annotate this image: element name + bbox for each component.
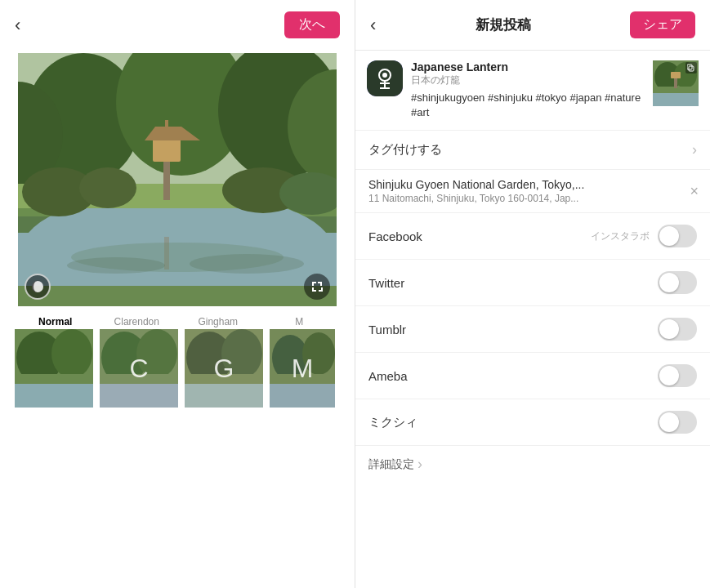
location-row: Shinjuku Gyoen National Garden, Tokyo,..… <box>355 170 710 213</box>
post-hashtags: #shinjukugyoen #shinjuku #tokyo #japan #… <box>411 91 645 120</box>
detail-settings-chevron: › <box>418 456 422 473</box>
ameba-label: Ameba <box>368 369 408 383</box>
detail-settings-row[interactable]: 詳細設定 › <box>355 446 710 483</box>
tag-row[interactable]: タグ付けする › <box>355 131 710 170</box>
mixi-label: ミクシィ <box>368 415 418 430</box>
filter-letter-c: C <box>129 354 148 384</box>
svg-point-16 <box>79 167 136 208</box>
tag-chevron: › <box>692 141 697 158</box>
filter-label-gingham: Gingham <box>177 316 259 327</box>
social-row-mixi: ミクシィ <box>355 399 710 446</box>
mixi-toggle[interactable] <box>658 411 697 434</box>
detail-settings-label: 詳細設定 <box>368 457 414 472</box>
social-row-tumblr: Tumblr <box>355 306 710 353</box>
share-button[interactable]: シェア <box>630 11 695 38</box>
ameba-toggle[interactable] <box>658 364 697 387</box>
svg-point-20 <box>67 257 165 274</box>
svg-point-25 <box>51 329 92 378</box>
social-row-ameba: Ameba <box>355 353 710 399</box>
filter-label-clarendon: Clarendon <box>96 316 178 327</box>
svg-rect-43 <box>367 60 403 96</box>
ameba-right <box>650 364 697 387</box>
right-title: 新規投稿 <box>376 16 630 34</box>
post-text-area: Japanese Lantern 日本の灯籠 #shinjukugyoen #s… <box>411 60 645 120</box>
filter-m[interactable]: M <box>270 329 335 408</box>
svg-rect-55 <box>671 72 681 78</box>
right-header: ‹ 新規投稿 シェア <box>355 0 710 51</box>
right-back-button[interactable]: ‹ <box>370 15 376 36</box>
filter-label-normal: Normal <box>15 316 96 327</box>
post-title: Japanese Lantern <box>411 60 645 74</box>
location-close-button[interactable]: × <box>690 183 699 200</box>
filter-label-m: M <box>259 316 341 327</box>
mixi-right <box>650 411 697 434</box>
social-row-facebook: Facebook インスタラボ <box>355 213 710 260</box>
tumblr-label: Tumblr <box>368 323 406 336</box>
thumb-copy-icon <box>685 62 697 74</box>
next-button[interactable]: 次へ <box>284 11 340 38</box>
svg-point-21 <box>190 254 304 274</box>
main-image <box>18 53 337 306</box>
filter-labels: Normal Clarendon Gingham M <box>0 316 355 327</box>
left-header: ‹ 次へ <box>0 0 355 50</box>
filter-thumbnails: C G M <box>0 329 355 408</box>
social-row-twitter: Twitter <box>355 260 710 306</box>
facebook-sub: インスタラボ <box>591 229 650 243</box>
facebook-label: Facebook <box>368 229 422 243</box>
twitter-toggle[interactable] <box>658 271 697 294</box>
svg-rect-27 <box>15 374 93 384</box>
svg-rect-56 <box>689 66 694 71</box>
expand-icon[interactable] <box>304 274 330 300</box>
svg-rect-57 <box>687 65 692 69</box>
twitter-right <box>650 271 697 294</box>
tumblr-right <box>650 318 697 341</box>
svg-rect-11 <box>153 139 181 162</box>
twitter-label: Twitter <box>368 276 404 290</box>
right-panel: ‹ 新規投稿 シェア Japanese Lantern 日本の灯籠 #shinj… <box>355 0 710 588</box>
app-icon <box>367 60 403 96</box>
filter-clarendon[interactable]: C <box>100 329 178 408</box>
facebook-toggle[interactable] <box>658 225 697 247</box>
filter-letter-g: G <box>214 354 234 384</box>
filter-gingham[interactable]: G <box>185 329 263 408</box>
left-panel: ‹ 次へ <box>0 0 355 588</box>
scene-svg <box>18 53 337 306</box>
filter-normal[interactable] <box>15 329 93 408</box>
facebook-right: インスタラボ <box>591 225 697 247</box>
svg-point-45 <box>382 73 387 78</box>
svg-rect-13 <box>165 120 168 128</box>
location-address: 11 Naitomachi, Shinjuku, Tokyo 160-0014,… <box>368 193 697 204</box>
post-info: Japanese Lantern 日本の灯籠 #shinjukugyoen #s… <box>355 51 710 131</box>
circle-icon[interactable] <box>25 274 51 300</box>
tag-label: タグ付けする <box>368 142 442 158</box>
left-back-button[interactable]: ‹ <box>15 15 20 36</box>
svg-rect-22 <box>18 286 337 306</box>
post-subtitle: 日本の灯籠 <box>411 74 645 87</box>
post-image-thumb <box>653 60 699 106</box>
filter-letter-m: M <box>292 354 314 384</box>
tumblr-toggle[interactable] <box>658 318 697 341</box>
location-name: Shinjuku Gyoen National Garden, Tokyo,..… <box>368 178 697 191</box>
